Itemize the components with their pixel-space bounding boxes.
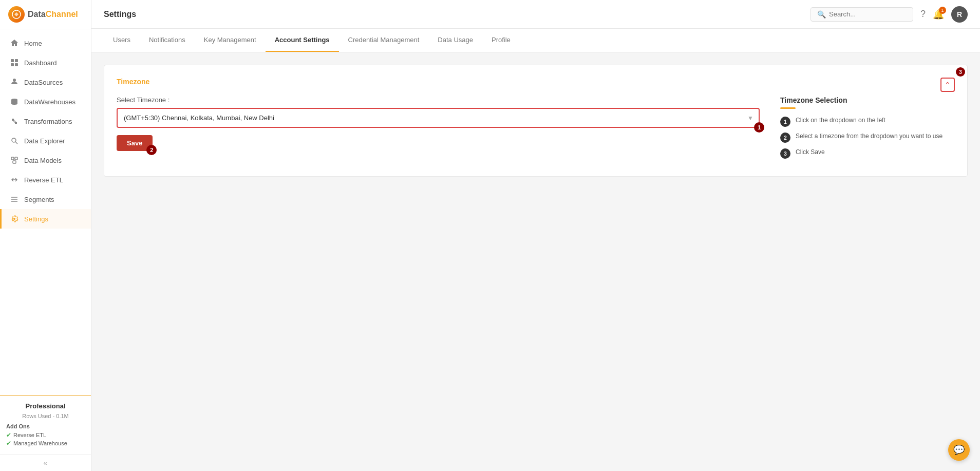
plan-section: Professional Rows Used - 0.1M Add Ons ✔ …	[0, 395, 91, 454]
sidebar-item-transformations[interactable]: Transformations	[0, 111, 91, 131]
timezone-left: Select Timezone : (GMT+5:30) Chennai, Ko…	[117, 96, 760, 164]
help-button[interactable]: ?	[920, 9, 926, 20]
svg-point-7	[12, 138, 16, 142]
page-title: Settings	[104, 10, 136, 19]
addon-managed-warehouse: ✔ Managed Warehouse	[6, 440, 85, 447]
tabs-bar: Users Notifications Key Management Accou…	[91, 29, 980, 52]
step-text-1: Click on the dropdown on the left	[796, 116, 885, 125]
search-box[interactable]: 🔍	[811, 7, 913, 22]
timezone-select-wrapper[interactable]: (GMT+5:30) Chennai, Kolkata, Mumbai, New…	[117, 108, 760, 128]
step-num-3: 3	[780, 148, 790, 159]
svg-point-5	[13, 79, 16, 82]
logo-suffix: Channel	[46, 10, 78, 18]
step-badge-3: 3	[956, 67, 965, 77]
check-icon-2: ✔	[6, 440, 11, 447]
plan-rows: Rows Used - 0.1M	[6, 413, 85, 419]
sidebar-item-segments[interactable]: Segments	[0, 190, 91, 209]
svg-rect-4	[15, 63, 18, 66]
sidebar-collapse-button[interactable]: «	[0, 454, 91, 471]
chat-support-button[interactable]: 💬	[948, 439, 970, 461]
timezone-section-title: Timezone	[117, 78, 955, 86]
step-badge-2: 2	[146, 145, 157, 155]
content-area: Timezone ⌃ 3 Select Timezone : (	[91, 52, 980, 471]
datawarehouses-icon	[10, 97, 19, 106]
check-icon-1: ✔	[6, 431, 11, 439]
step-text-3: Click Save	[796, 148, 825, 157]
help-step-3: 3 Click Save	[780, 148, 955, 159]
tab-credential-management[interactable]: Credential Management	[339, 29, 429, 52]
logo-prefix: Data	[28, 10, 46, 18]
help-title: Timezone Selection	[780, 96, 955, 104]
select-label: Select Timezone :	[117, 96, 760, 104]
timezone-select[interactable]: (GMT+5:30) Chennai, Kolkata, Mumbai, New…	[118, 109, 759, 127]
timezone-select-container: (GMT+5:30) Chennai, Kolkata, Mumbai, New…	[117, 108, 760, 128]
tab-account-settings[interactable]: Account Settings	[266, 29, 339, 52]
tab-data-usage[interactable]: Data Usage	[428, 29, 482, 52]
home-icon	[10, 39, 19, 48]
sidebar-item-data-explorer[interactable]: Data Explorer	[0, 131, 91, 150]
segments-icon	[10, 195, 19, 204]
notification-badge: 1	[939, 7, 946, 14]
sidebar-item-home[interactable]: Home	[0, 33, 91, 53]
save-button-wrapper: Save 2	[117, 135, 153, 151]
data-models-icon	[10, 156, 19, 165]
logo[interactable]: DataChannel	[0, 0, 91, 29]
main-content: Settings 🔍 ? 🔔 1 R Users Notifications K…	[91, 0, 980, 471]
svg-rect-3	[11, 63, 14, 66]
tab-profile[interactable]: Profile	[482, 29, 520, 52]
sidebar: DataChannel Home Dashboard DataSources	[0, 0, 91, 471]
help-step-1: 1 Click on the dropdown on the left	[780, 116, 955, 127]
step-text-2: Select a timezone from the dropdown you …	[796, 132, 943, 141]
svg-line-8	[16, 142, 18, 144]
page-body: Timezone ⌃ 3 Select Timezone : (	[91, 52, 980, 189]
header: Settings 🔍 ? 🔔 1 R	[91, 0, 980, 29]
avatar[interactable]: R	[951, 6, 968, 23]
sidebar-item-settings[interactable]: Settings	[0, 209, 91, 229]
step-badge-1: 1	[754, 122, 764, 133]
search-icon: 🔍	[817, 10, 826, 18]
notifications-button[interactable]: 🔔 1	[933, 9, 944, 20]
sidebar-item-reverse-etl[interactable]: Reverse ETL	[0, 170, 91, 190]
sidebar-nav: Home Dashboard DataSources DataWarehouse…	[0, 29, 91, 395]
svg-rect-10	[15, 157, 17, 160]
logo-icon	[8, 6, 25, 23]
timezone-card: Timezone ⌃ 3 Select Timezone : (	[104, 65, 968, 177]
addon-reverse-etl: ✔ Reverse ETL	[6, 431, 85, 439]
help-step-2: 2 Select a timezone from the dropdown yo…	[780, 132, 955, 143]
svg-rect-1	[11, 59, 14, 62]
sidebar-item-dashboard[interactable]: Dashboard	[0, 53, 91, 72]
plan-name: Professional	[6, 402, 85, 410]
help-title-underline	[780, 107, 796, 109]
svg-rect-9	[11, 157, 14, 160]
addons-title: Add Ons	[6, 423, 85, 429]
tab-key-management[interactable]: Key Management	[195, 29, 266, 52]
sidebar-item-datasources[interactable]: DataSources	[0, 72, 91, 92]
dashboard-icon	[10, 58, 19, 67]
tab-users[interactable]: Users	[104, 29, 140, 52]
sidebar-item-data-models[interactable]: Data Models	[0, 150, 91, 170]
timezone-right: Timezone Selection 1 Click on the dropdo…	[780, 96, 955, 164]
transformations-icon	[10, 117, 19, 126]
settings-icon	[10, 214, 19, 223]
header-right: 🔍 ? 🔔 1 R	[811, 6, 968, 23]
timezone-content: Select Timezone : (GMT+5:30) Chennai, Ko…	[117, 96, 955, 164]
svg-rect-2	[15, 59, 18, 62]
collapse-card-button[interactable]: ⌃	[940, 78, 955, 92]
sidebar-item-datawarehouses[interactable]: DataWarehouses	[0, 92, 91, 111]
reverse-etl-icon	[10, 175, 19, 184]
step-num-2: 2	[780, 133, 790, 143]
data-explorer-icon	[10, 136, 19, 145]
step-num-1: 1	[780, 117, 790, 127]
tab-notifications[interactable]: Notifications	[140, 29, 195, 52]
datasources-icon	[10, 78, 19, 87]
svg-rect-11	[13, 161, 16, 163]
search-input[interactable]	[829, 10, 906, 18]
